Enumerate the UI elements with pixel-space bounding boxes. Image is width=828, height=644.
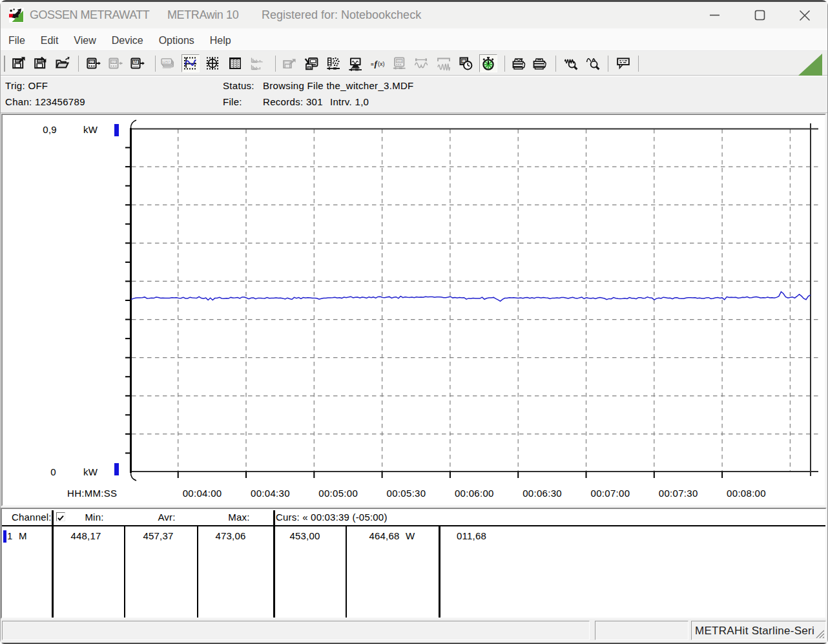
open-file-icon <box>55 56 70 71</box>
avr-value-cell: 457,37 <box>143 530 173 541</box>
x-axis-unit-label: HH:MM:SS <box>67 488 117 499</box>
device-monitor-icon <box>347 56 363 71</box>
view-scope-icon <box>205 56 221 71</box>
cursor2-value-cell: 464,68 <box>369 530 399 541</box>
device-config-icon: 321 <box>391 56 407 71</box>
print-preview-icon <box>511 56 526 71</box>
export-data-button <box>280 54 298 72</box>
menu-item-edit[interactable]: Edit <box>33 28 67 51</box>
svg-text:321: 321 <box>111 60 117 64</box>
save-export-button[interactable] <box>10 54 28 72</box>
stopwatch-button[interactable] <box>479 54 497 72</box>
channel-visibility-checkbox[interactable] <box>56 512 65 521</box>
cursor-column-header: Curs: « 00:03:39 (-05:00) <box>276 512 388 523</box>
channel-number-cell: 1 <box>7 530 13 541</box>
open-file-button[interactable] <box>54 54 72 72</box>
close-button[interactable] <box>782 2 827 28</box>
print-preview-button[interactable] <box>510 54 528 72</box>
menu-item-view[interactable]: View <box>66 28 103 51</box>
column-divider <box>52 526 54 618</box>
column-divider <box>439 526 440 618</box>
avr-column-header: Avr: <box>158 512 175 523</box>
chan-label: Chan: 123456789 <box>5 96 85 107</box>
window-controls <box>692 2 827 28</box>
save-import-button[interactable] <box>32 54 50 72</box>
menu-item-device[interactable]: Device <box>104 28 151 51</box>
window-title-registered: Registered for: Notebookcheck <box>262 2 421 28</box>
close-icon <box>799 10 811 21</box>
annotation-button[interactable] <box>614 54 632 72</box>
window-top-border <box>0 0 828 2</box>
device-monitor-button[interactable] <box>346 54 364 72</box>
view-table-button[interactable] <box>226 54 244 72</box>
export-data-icon <box>282 56 297 71</box>
waveform-single-icon <box>413 56 429 71</box>
formula-icon: = f (x) <box>369 56 385 71</box>
view-multimeter-icon: 1257. <box>160 56 176 71</box>
trig-value: OFF <box>28 80 48 91</box>
power-trace <box>131 292 811 302</box>
y-unit-label-top: kW <box>83 124 98 135</box>
app-logo-icon <box>9 8 24 23</box>
import-data-button[interactable] <box>302 54 320 72</box>
toolbar-separator <box>155 56 156 72</box>
view-histogram-icon <box>250 56 265 71</box>
svg-text:(x): (x) <box>378 61 385 67</box>
svg-text:M: M <box>134 59 137 64</box>
x-tick-label: 00:08:00 <box>727 488 766 499</box>
measurement-info-panel: Trig: OFF Chan: 123456789 Status: Browsi… <box>1 76 827 113</box>
import-data-icon <box>304 56 319 71</box>
power-chart[interactable]: 00:04:0000:04:3000:05:0000:05:3000:06:00… <box>3 115 825 505</box>
device-memory-button[interactable]: M <box>128 54 146 72</box>
toolbar-grip[interactable] <box>4 56 5 72</box>
status-label: Status: <box>223 80 254 91</box>
menu-item-file[interactable]: File <box>1 28 33 51</box>
resize-grip-icon[interactable] <box>814 628 824 638</box>
zoom-signal-button[interactable] <box>562 54 580 72</box>
device-config-button: 321 <box>390 54 408 72</box>
x-tick-label: 00:05:00 <box>318 488 358 499</box>
column-divider <box>124 526 125 618</box>
toolbar-separator <box>638 56 639 72</box>
statusbar-device-name: METRAHit Starline-Seri <box>695 625 814 638</box>
svg-text:1257.: 1257. <box>162 60 171 64</box>
minimize-button[interactable] <box>692 2 737 28</box>
schedule-button[interactable]: 12 <box>457 54 475 72</box>
channel-table: Channel:Min:Avr:Max:Curs: « 00:03:39 (-0… <box>1 508 827 619</box>
x-tick-label: 00:04:30 <box>251 488 290 499</box>
toolbar-separator <box>78 56 79 72</box>
maximize-icon <box>754 10 765 21</box>
view-table-icon <box>227 56 243 71</box>
waveform-burst-button <box>435 54 453 72</box>
brand-triangle-icon <box>798 53 823 76</box>
menu-bar: FileEditViewDeviceOptionsHelp <box>1 28 827 51</box>
formula-button[interactable]: = f (x) <box>368 54 386 72</box>
min-column-header: Min: <box>85 512 103 523</box>
y-axis-bottom-hook <box>130 472 136 481</box>
menu-item-options[interactable]: Options <box>151 28 202 51</box>
column-divider <box>52 510 54 525</box>
statusbar-middle-panel <box>595 621 688 640</box>
maximize-button[interactable] <box>737 2 782 28</box>
view-scope-button[interactable] <box>204 54 222 72</box>
menu-item-help[interactable]: Help <box>202 28 239 51</box>
y-max-label: 0,9 <box>43 124 57 135</box>
y-unit-label-bottom: kW <box>83 466 98 477</box>
print-button[interactable] <box>530 54 548 72</box>
title-bar[interactable]: GOSSEN METRAWATT METRAwin 10 Registered … <box>1 2 827 28</box>
checkmark-icon <box>57 514 65 522</box>
window-left-border <box>0 0 1 644</box>
device-write-button: 321 <box>106 54 124 72</box>
zoom-out-icon <box>585 56 601 71</box>
window-title-app: GOSSEN METRAWATT <box>30 2 149 28</box>
view-histogram-button <box>249 54 267 72</box>
channel-settings-button[interactable] <box>324 54 342 72</box>
view-chart-button[interactable] <box>181 54 200 72</box>
device-read-button[interactable]: 321 <box>84 54 102 72</box>
toolbar-separator <box>504 56 505 72</box>
x-tick-label: 00:04:00 <box>183 488 222 499</box>
app-window: GOSSEN METRAWATT METRAwin 10 Registered … <box>0 0 828 644</box>
channel-marker-bottom <box>114 463 119 475</box>
zoom-out-button[interactable] <box>584 54 602 72</box>
trig-label: Trig: OFF <box>5 80 48 91</box>
